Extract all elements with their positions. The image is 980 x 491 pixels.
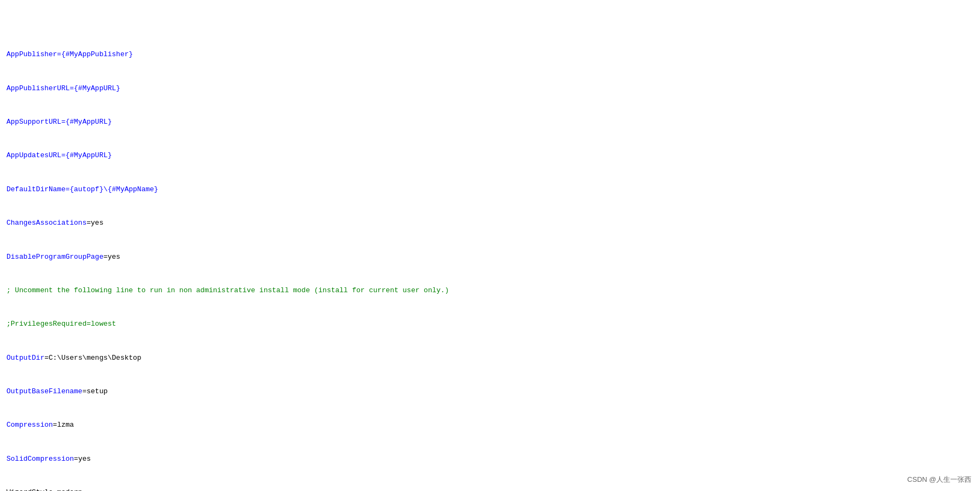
line-outputbase: OutputBaseFilename=setup (6, 386, 974, 398)
line-privileges: ;PrivilegesRequired=lowest (6, 319, 974, 330)
line-appsupporturl: AppSupportURL={#MyAppURL} (6, 117, 974, 128)
line-changesassoc: ChangesAssociations=yes (6, 218, 974, 229)
line-solidcompression: SolidCompression=yes (6, 454, 974, 465)
line-disableprogramgroup: DisableProgramGroupPage=yes (6, 252, 974, 263)
code-area: AppPublisher={#MyAppPublisher} AppPublis… (0, 0, 980, 491)
line-wizardstyle: WizardStyle=modern (6, 487, 974, 491)
line-apppublisher: AppPublisher={#MyAppPublisher} (6, 49, 974, 60)
line-defaultdirname: DefaultDirName={autopf}\{#MyAppName} (6, 184, 974, 196)
line-comment-uncomment: ; Uncomment the following line to run in… (6, 285, 974, 297)
line-appupdatesurl: AppUpdatesURL={#MyAppURL} (6, 150, 974, 162)
line-compression: Compression=lzma (6, 420, 974, 431)
line-apppublisherurl: AppPublisherURL={#MyAppURL} (6, 83, 974, 95)
line-outputdir: OutputDir=C:\Users\mengs\Desktop (6, 353, 974, 364)
watermark: CSDN @人生一张西 (907, 475, 971, 485)
